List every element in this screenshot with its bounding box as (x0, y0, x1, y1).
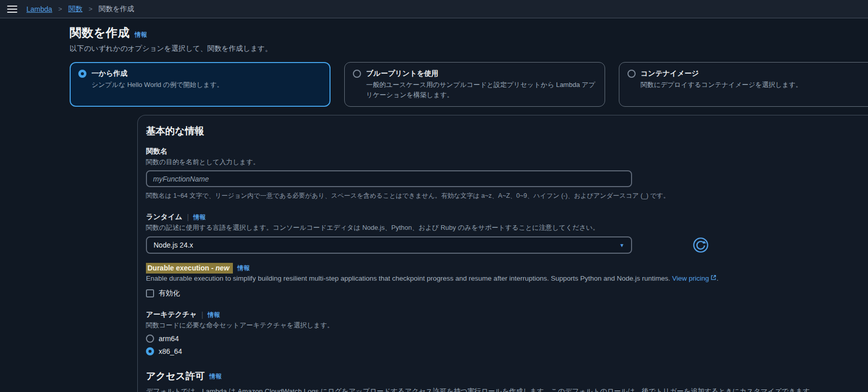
runtime-label: ランタイム (146, 213, 183, 222)
architecture-option-x86-64[interactable]: x86_64 (146, 347, 868, 355)
permissions-info-link[interactable]: 情報 (209, 372, 222, 381)
arm64-label: arm64 (159, 335, 179, 343)
radio-unselected-icon[interactable] (146, 335, 154, 343)
option-card-use-blueprint[interactable]: ブループリントを使用 一般的ユースケース用のサンプルコードと設定プリセットから … (344, 62, 605, 107)
option-card-title: ブループリントを使用 (366, 69, 438, 78)
creation-option-cards: 一から作成 シンプルな Hello World の例で開始します。 ブループリン… (70, 62, 868, 107)
label-divider: | (201, 311, 203, 319)
function-name-hint: 関数名は 1~64 文字で、リージョン内で一意である必要があり、スペースを含める… (146, 192, 868, 200)
x86-64-label: x86_64 (159, 347, 182, 355)
runtime-description: 関数の記述に使用する言語を選択します。コンソールコードエディタは Node.js… (146, 223, 868, 232)
chevron-down-icon: ▼ (619, 243, 624, 248)
option-card-description: シンプルな Hello World の例で開始します。 (92, 80, 322, 90)
runtime-select[interactable]: Node.js 24.x ▼ (146, 236, 632, 254)
option-card-author-from-scratch[interactable]: 一から作成 シンプルな Hello World の例で開始します。 (70, 62, 331, 107)
option-card-container-image[interactable]: コンテナイメージ 関数にデプロイするコンテナイメージを選択します。 (619, 62, 868, 107)
radio-selected-icon[interactable] (146, 347, 154, 355)
architecture-info-link[interactable]: 情報 (208, 311, 220, 319)
page-title-info-link[interactable]: 情報 (135, 31, 147, 39)
enable-durable-execution-option[interactable]: 有効化 (146, 289, 868, 298)
runtime-selected-value: Node.js 24.x (154, 241, 193, 249)
permissions-heading: アクセス許可 (146, 370, 205, 383)
radio-unselected-icon[interactable] (353, 70, 361, 78)
top-navigation-bar: Lambda > 関数 > 関数を作成 (0, 0, 868, 18)
basic-info-heading: 基本的な情報 (146, 125, 868, 138)
label-divider: | (187, 213, 189, 221)
runtime-info-link[interactable]: 情報 (193, 213, 205, 222)
page-title: 関数を作成 (70, 25, 130, 41)
durable-execution-description: Enable durable execution to simplify bui… (146, 275, 868, 282)
function-name-label: 関数名 (146, 147, 868, 156)
breadcrumb-lambda[interactable]: Lambda (26, 5, 52, 13)
refresh-runtimes-button[interactable] (692, 236, 709, 254)
external-link-icon (710, 275, 716, 281)
option-card-description: 関数にデプロイするコンテナイメージを選択します。 (641, 80, 868, 90)
basic-information-panel: 基本的な情報 関数名 関数の目的を名前として入力します。 関数名は 1~64 文… (137, 115, 868, 392)
page-subtitle: 以下のいずれかのオプションを選択して、関数を作成します。 (70, 44, 868, 53)
architecture-label: アーキテクチャ (146, 310, 197, 319)
enable-checkbox-label: 有効化 (159, 289, 180, 298)
architecture-description: 関数コードに必要な命令セットアーキテクチャを選択します。 (146, 321, 868, 330)
view-pricing-link[interactable]: View pricing (672, 275, 717, 282)
hamburger-menu-icon[interactable] (7, 6, 17, 13)
radio-unselected-icon[interactable] (627, 70, 636, 78)
breadcrumb-current: 関数を作成 (99, 5, 134, 14)
main-content: 関数を作成 情報 以下のいずれかのオプションを選択して、関数を作成します。 一か… (0, 18, 868, 392)
checkbox-unchecked-icon[interactable] (146, 289, 154, 297)
durable-execution-label: Durable execution - new (146, 263, 233, 274)
breadcrumb-separator-icon: > (88, 5, 93, 13)
breadcrumb: Lambda > 関数 > 関数を作成 (26, 5, 134, 14)
function-name-description: 関数の目的を名前として入力します。 (146, 158, 868, 167)
option-card-title: コンテナイメージ (641, 69, 699, 78)
breadcrumb-separator-icon: > (58, 5, 63, 13)
option-card-description: 一般的ユースケース用のサンプルコードと設定プリセットから Lambda アプリケ… (366, 80, 596, 100)
radio-selected-icon[interactable] (78, 70, 86, 78)
durable-execution-info-link[interactable]: 情報 (237, 264, 250, 273)
function-name-input[interactable] (146, 170, 632, 187)
refresh-icon (693, 237, 709, 253)
architecture-option-arm64[interactable]: arm64 (146, 335, 868, 343)
permissions-description: デフォルトでは、Lambda は Amazon CloudWatch Logs … (146, 387, 868, 392)
option-card-title: 一から作成 (92, 69, 128, 78)
breadcrumb-functions[interactable]: 関数 (68, 5, 82, 14)
